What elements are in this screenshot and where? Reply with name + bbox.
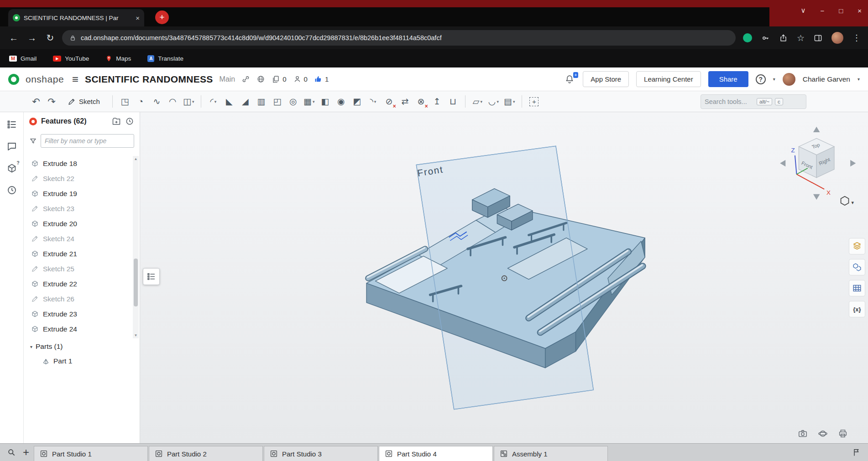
- feature-row[interactable]: Extrude 20: [24, 216, 140, 231]
- browser-tab[interactable]: SCIENTIFIC RANDOMNESS | Par ×: [8, 9, 144, 26]
- boolean-button[interactable]: ◉: [333, 94, 349, 109]
- plane-button[interactable]: ▱▾: [470, 94, 486, 109]
- user-caret-icon[interactable]: ▾: [858, 77, 860, 82]
- feature-row[interactable]: Extrude 22: [24, 276, 140, 291]
- custom-tables-button[interactable]: [849, 280, 865, 296]
- chamfer-button[interactable]: ◣: [221, 94, 237, 109]
- parts-caret-icon[interactable]: ▾: [30, 344, 32, 349]
- sketch-button[interactable]: Sketch: [62, 95, 105, 108]
- hole-button[interactable]: ◎: [285, 94, 301, 109]
- mirror-button[interactable]: ◧: [317, 94, 333, 109]
- tool-search-box[interactable]: alt/~ c: [701, 94, 806, 109]
- globe-icon[interactable]: [256, 75, 265, 83]
- move-face-button[interactable]: ⇄: [397, 94, 413, 109]
- bookmark-gmail[interactable]: M Gmail: [9, 55, 37, 62]
- printer-icon[interactable]: [838, 429, 848, 439]
- thicken-button[interactable]: ◫▾: [181, 94, 197, 109]
- rib-button[interactable]: ▥: [253, 94, 269, 109]
- extension-icon[interactable]: [743, 33, 752, 42]
- bookmark-youtube[interactable]: ▶ YouTube: [53, 55, 89, 62]
- notifications-button[interactable]: +: [565, 74, 575, 85]
- part-model[interactable]: [366, 189, 645, 368]
- tab-part-studio-2[interactable]: Part Studio 2: [149, 446, 263, 461]
- filter-funnel-icon[interactable]: [29, 137, 37, 145]
- add-tab-button[interactable]: +: [18, 446, 34, 459]
- followers-count[interactable]: 0: [293, 75, 308, 83]
- tab-manager-button[interactable]: [850, 445, 863, 459]
- document-title[interactable]: SCIENTIFIC RANDOMNESS: [85, 74, 213, 85]
- shell-button[interactable]: ◰: [269, 94, 285, 109]
- bookmark-maps[interactable]: Maps: [105, 55, 131, 62]
- delete-face-button[interactable]: ⊗×: [413, 94, 429, 109]
- scrollbar-thumb[interactable]: [134, 259, 138, 306]
- user-name[interactable]: Charlie Garven: [803, 75, 850, 83]
- side-panel-icon[interactable]: [814, 34, 822, 42]
- feature-row[interactable]: Sketch 24: [24, 231, 140, 246]
- modify-fillet-button[interactable]: ◝▾: [365, 94, 381, 109]
- curve-button[interactable]: ◡▾: [486, 94, 502, 109]
- share-button[interactable]: Share: [708, 71, 748, 87]
- bookmark-star-icon[interactable]: ☆: [797, 33, 805, 43]
- view-options-dropdown[interactable]: ▾: [841, 197, 854, 205]
- feature-row[interactable]: Sketch 22: [24, 171, 140, 186]
- standard-content-button[interactable]: [849, 259, 865, 275]
- new-tab-button[interactable]: +: [155, 10, 169, 24]
- replace-face-button[interactable]: ↥: [429, 94, 445, 109]
- delete-part-button[interactable]: ⊘×: [381, 94, 397, 109]
- share-icon[interactable]: [779, 34, 788, 42]
- tool-search-input[interactable]: [705, 98, 754, 105]
- feature-list-collapse-button[interactable]: [143, 268, 160, 285]
- feature-row[interactable]: Extrude 23: [24, 306, 140, 321]
- minimize-icon[interactable]: −: [820, 7, 824, 15]
- back-icon[interactable]: ←: [7, 33, 20, 43]
- user-avatar[interactable]: [783, 73, 795, 86]
- select-tool-button[interactable]: +: [526, 94, 542, 109]
- view-cube[interactable]: Top Front Right: [780, 127, 856, 200]
- learning-center-button[interactable]: Learning Center: [636, 71, 701, 87]
- scroll-up-icon[interactable]: ▲: [133, 157, 139, 161]
- feature-row[interactable]: Extrude 19: [24, 186, 140, 201]
- fillet-button[interactable]: ◜▾: [205, 94, 221, 109]
- url-bar[interactable]: cad.onshape.com/documents/3a487645788577…: [62, 30, 736, 46]
- browser-menu-icon[interactable]: ⋮: [852, 33, 861, 43]
- bookmark-translate[interactable]: A Translate: [147, 55, 183, 62]
- part-row[interactable]: Part 1: [24, 357, 72, 365]
- workspace-label[interactable]: Main: [220, 75, 235, 83]
- hamburger-menu-icon[interactable]: ≡: [72, 73, 78, 86]
- scroll-down-icon[interactable]: ▼: [133, 333, 139, 337]
- rollback-clock-icon[interactable]: [125, 117, 134, 126]
- feature-row[interactable]: Extrude 18: [24, 156, 140, 171]
- help-caret-icon[interactable]: ▾: [773, 77, 775, 82]
- revolve-button[interactable]: ◔: [133, 94, 149, 109]
- reload-icon[interactable]: ↻: [44, 32, 57, 43]
- parts-help-icon[interactable]: ?: [5, 161, 19, 175]
- orbit-icon[interactable]: [818, 429, 828, 439]
- linear-pattern-button[interactable]: ▦▾: [301, 94, 317, 109]
- password-key-icon[interactable]: [761, 34, 770, 42]
- sync-status-icon[interactable]: [29, 118, 37, 125]
- app-panel-button[interactable]: [849, 238, 865, 254]
- feature-row[interactable]: Sketch 23: [24, 201, 140, 216]
- redo-button[interactable]: ↷: [44, 96, 59, 107]
- model-viewport[interactable]: Front Top Front Right Z X ▾: [140, 112, 868, 443]
- tab-part-studio-3[interactable]: Part Studio 3: [264, 446, 378, 461]
- window-menu-icon[interactable]: ∨: [800, 6, 805, 15]
- copies-count[interactable]: 0: [272, 75, 286, 83]
- featurescript-button[interactable]: {x}: [849, 301, 865, 317]
- likes-count[interactable]: 1: [314, 75, 329, 83]
- feature-filter-input[interactable]: [41, 134, 134, 148]
- forward-icon[interactable]: →: [26, 33, 38, 43]
- feature-row[interactable]: Extrude 21: [24, 246, 140, 261]
- onshape-logo-icon[interactable]: [8, 74, 19, 85]
- app-store-button[interactable]: App Store: [583, 71, 629, 87]
- tab-assembly-1[interactable]: Assembly 1: [494, 446, 608, 461]
- feature-row[interactable]: Sketch 26: [24, 291, 140, 306]
- offset-surface-button[interactable]: ⊔: [445, 94, 461, 109]
- help-button[interactable]: ?: [756, 74, 766, 84]
- browser-profile-avatar[interactable]: [831, 32, 843, 44]
- extrude-button[interactable]: ◳: [117, 94, 133, 109]
- tab-part-studio-1[interactable]: Part Studio 1: [34, 446, 148, 461]
- maximize-icon[interactable]: □: [839, 7, 843, 15]
- surface-button[interactable]: ▤▾: [502, 94, 518, 109]
- loft-button[interactable]: ◠: [165, 94, 181, 109]
